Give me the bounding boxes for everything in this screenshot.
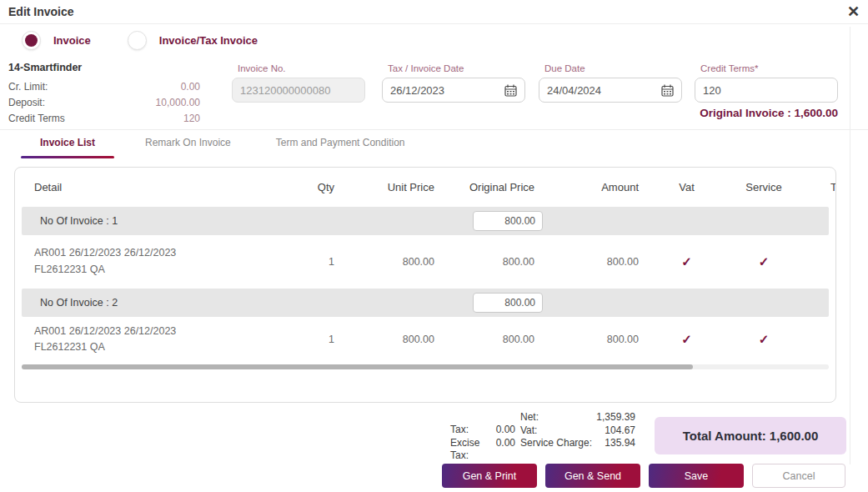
group-label: No Of Invoice : 1	[22, 215, 118, 227]
tab-bar: Invoice List Remark On Invoice Term and …	[21, 137, 419, 158]
item-unit-price: 800.00	[343, 256, 443, 268]
item-detail: AR001 26/12/2023 26/12/2023 FL2612231 QA	[15, 324, 293, 356]
table-row[interactable]: AR001 26/12/2023 26/12/2023 FL2612231 QA…	[15, 317, 835, 362]
radio-invoice-label: Invoice	[53, 34, 91, 47]
credit-terms-field-label: Credit Terms*	[700, 63, 838, 73]
vat-check-icon[interactable]: ✓	[647, 332, 726, 347]
customer-info: 14-Smartfinder Cr. Limit: 0.00 Deposit: …	[8, 62, 200, 127]
header-qty: Qty	[293, 181, 343, 193]
action-buttons: Gen & Print Gen & Send Save Cancel	[442, 464, 845, 488]
group-original-price-input[interactable]	[473, 293, 543, 313]
tax-value: 0.00	[496, 424, 515, 437]
horizontal-scrollbar-track[interactable]	[22, 364, 829, 369]
content-right-border	[850, 27, 850, 464]
vat-check-icon[interactable]: ✓	[647, 254, 726, 269]
deposit-row: Deposit: 10,000.00	[8, 95, 200, 111]
save-button[interactable]: Save	[649, 464, 744, 488]
credit-terms-row: Credit Terms 120	[8, 111, 200, 127]
excise-tax-value: 0.00	[496, 437, 515, 463]
due-date-box[interactable]	[539, 78, 682, 103]
header-vat: Vat	[647, 181, 726, 193]
invoice-type-radios: Invoice Invoice/Tax Invoice	[22, 31, 258, 50]
tax-label: Tax:	[450, 424, 469, 437]
tab-remark-on-invoice[interactable]: Remark On Invoice	[131, 137, 245, 158]
credit-limit-row: Cr. Limit: 0.00	[8, 79, 200, 95]
tax-invoice-date-label: Tax / Invoice Date	[388, 63, 525, 73]
header-original-price: Original Price	[443, 181, 543, 193]
invoice-no-field: Invoice No.	[232, 63, 365, 103]
radio-unselected-icon[interactable]	[128, 31, 147, 50]
vat-value: 104.67	[605, 424, 635, 438]
credit-terms-label: Credit Terms	[8, 111, 65, 127]
vat-label: Vat:	[520, 424, 537, 438]
credit-terms-box[interactable]	[695, 78, 838, 103]
due-date-label: Due Date	[544, 63, 682, 73]
item-detail-line2: FL2612231 QA	[34, 339, 293, 355]
edit-invoice-dialog: Edit Invoice ✕ Invoice Invoice/Tax Invoi…	[0, 0, 868, 492]
group-original-price-input[interactable]	[473, 211, 543, 231]
close-icon[interactable]: ✕	[847, 2, 860, 22]
tax-invoice-date-input[interactable]	[390, 84, 499, 97]
due-date-input[interactable]	[547, 84, 656, 97]
credit-limit-label: Cr. Limit:	[8, 79, 48, 95]
item-qty: 1	[293, 256, 343, 268]
header-amount: Amount	[543, 181, 647, 193]
deposit-label: Deposit:	[8, 95, 45, 111]
gen-send-button[interactable]: Gen & Send	[545, 464, 640, 488]
due-date-field: Due Date	[539, 63, 682, 103]
tab-term-and-payment-condition[interactable]: Term and Payment Condition	[262, 137, 419, 158]
header-detail: Detail	[15, 181, 293, 193]
item-amount: 800.00	[543, 256, 647, 268]
item-original-price: 800.00	[443, 334, 543, 345]
excise-tax-label: Excise Tax:	[450, 437, 496, 463]
header-tax: Tax	[801, 181, 836, 193]
customer-name: 14-Smartfinder	[8, 62, 200, 73]
table-row[interactable]: AR001 26/12/2023 26/12/2023 FL2612231 QA…	[15, 235, 835, 288]
gen-print-button[interactable]: Gen & Print	[442, 464, 537, 488]
item-detail: AR001 26/12/2023 26/12/2023 FL2612231 QA	[15, 245, 293, 278]
radio-invoice[interactable]: Invoice	[22, 31, 91, 50]
credit-terms-input[interactable]	[703, 84, 830, 97]
dialog-header: Edit Invoice ✕	[0, 0, 868, 24]
net-value: 1,359.39	[596, 411, 635, 424]
item-original-price: 800.00	[443, 256, 543, 268]
cancel-button[interactable]: Cancel	[752, 464, 845, 488]
radio-invoice-tax-invoice[interactable]: Invoice/Tax Invoice	[128, 31, 258, 50]
total-amount-badge: Total Amount: 1,600.00	[655, 417, 846, 454]
summary-tax-column: Tax:0.00 Excise Tax:0.00	[450, 424, 515, 463]
invoice-list-table: Detail Qty Unit Price Original Price Amo…	[14, 167, 836, 403]
credit-terms-value: 120	[183, 111, 200, 127]
group-label: No Of Invoice : 2	[22, 297, 118, 309]
calendar-icon[interactable]	[661, 84, 674, 97]
invoice-no-box	[232, 78, 365, 103]
credit-terms-field: Credit Terms*	[695, 63, 838, 103]
service-check-icon[interactable]: ✓	[726, 254, 801, 269]
dialog-title: Edit Invoice	[8, 5, 74, 18]
section-divider	[0, 129, 868, 130]
service-check-icon[interactable]: ✓	[726, 332, 801, 347]
tab-invoice-list[interactable]: Invoice List	[21, 137, 114, 158]
radio-selected-icon[interactable]	[22, 31, 41, 50]
radio-invoice-tax-label: Invoice/Tax Invoice	[159, 34, 258, 47]
service-charge-label: Service Charge:	[520, 437, 592, 450]
calendar-icon[interactable]	[504, 84, 517, 97]
invoice-no-label: Invoice No.	[238, 63, 365, 73]
header-unit-price: Unit Price	[343, 181, 443, 193]
item-unit-price: 800.00	[343, 334, 443, 345]
tax-invoice-date-field: Tax / Invoice Date	[382, 63, 525, 103]
invoice-no-input	[240, 84, 357, 97]
deposit-value: 10,000.00	[156, 95, 200, 111]
credit-limit-value: 0.00	[181, 79, 200, 95]
table-header-row: Detail Qty Unit Price Original Price Amo…	[15, 168, 835, 206]
tax-invoice-date-box[interactable]	[382, 78, 525, 103]
item-detail-line2: FL2612231 QA	[34, 262, 293, 278]
invoice-group-header-1: No Of Invoice : 1	[22, 207, 829, 235]
item-detail-line1: AR001 26/12/2023 26/12/2023	[34, 245, 293, 261]
original-invoice-amount: Original Invoice : 1,600.00	[700, 107, 838, 119]
horizontal-scrollbar-thumb[interactable]	[22, 364, 693, 369]
item-detail-line1: AR001 26/12/2023 26/12/2023	[34, 324, 293, 339]
item-amount: 800.00	[543, 334, 647, 345]
item-qty: 1	[293, 334, 343, 345]
service-charge-value: 135.94	[605, 437, 635, 450]
invoice-group-header-2: No Of Invoice : 2	[22, 289, 829, 317]
